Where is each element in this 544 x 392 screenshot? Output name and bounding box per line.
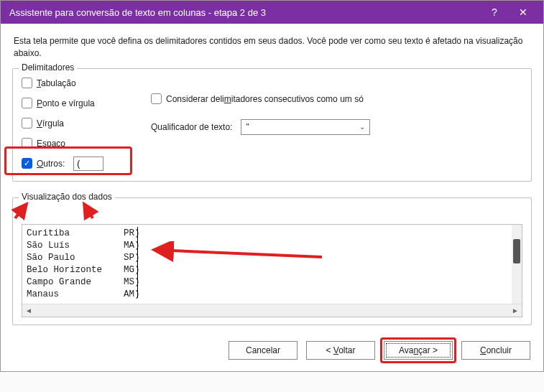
close-icon: ✕	[519, 6, 527, 18]
chevron-down-icon: ⌄	[359, 123, 365, 131]
close-button[interactable]: ✕	[509, 1, 538, 24]
next-button[interactable]: Avançar >	[384, 341, 453, 360]
cancel-button-label: Cancelar	[246, 345, 280, 355]
back-button-label: < Voltar	[326, 345, 355, 355]
cancel-button[interactable]: Cancelar	[229, 341, 298, 360]
consecutive-delimiters-label: Considerar delimitadores consecutivos co…	[166, 94, 364, 104]
column-separator	[137, 227, 138, 298]
data-preview-group: Visualização dos dados Curitiba PR) São …	[12, 197, 532, 325]
delimiters-group: Delimitadores Tabulação Ponto e vírgula …	[12, 68, 532, 182]
text-qualifier-label: Qualificador de texto:	[151, 122, 232, 132]
window-title: Assistente para conversão de texto em co…	[9, 7, 480, 18]
delimiter-semicolon-label: Ponto e vírgula	[37, 98, 95, 108]
checkbox-unchecked-icon[interactable]	[151, 93, 162, 104]
button-row: Cancelar < Voltar Avançar > Concluir	[12, 341, 532, 360]
checkbox-unchecked-icon[interactable]	[22, 98, 32, 108]
text-qualifier-value: "	[246, 122, 249, 132]
dialog-window: Assistente para conversão de texto em co…	[0, 0, 544, 372]
horizontal-scrollbar[interactable]: ◄ ►	[22, 304, 522, 317]
next-button-label: Avançar >	[399, 345, 438, 355]
data-preview-box: Curitiba PR) São Luís MA) São Paulo SP) …	[22, 224, 522, 317]
delimiter-comma[interactable]: Vírgula	[22, 116, 129, 131]
vertical-scrollbar[interactable]	[512, 225, 522, 304]
delimiter-other[interactable]: Outros:	[22, 157, 129, 171]
checkbox-unchecked-icon[interactable]	[22, 78, 32, 88]
help-button[interactable]: ?	[480, 1, 509, 24]
text-qualifier-select[interactable]: " ⌄	[241, 119, 370, 135]
scroll-left-icon[interactable]: ◄	[22, 304, 35, 317]
svg-line-2	[154, 250, 322, 257]
delimiter-list: Tabulação Ponto e vírgula Vírgula Espaço	[22, 76, 129, 171]
delimiter-semicolon[interactable]: Ponto e vírgula	[22, 96, 129, 111]
delimiter-tab-label: Tabulação	[37, 78, 76, 88]
delimiter-tab[interactable]: Tabulação	[22, 76, 129, 90]
annotation-arrow-icon	[149, 241, 329, 263]
delimiter-space-label: Espaço	[37, 139, 65, 149]
consecutive-delimiters[interactable]: Considerar delimitadores consecutivos co…	[151, 92, 522, 106]
data-preview-content: Curitiba PR) São Luís MA) São Paulo SP) …	[22, 225, 522, 317]
finish-button-label: Concluir	[480, 345, 512, 355]
scroll-right-icon[interactable]: ►	[509, 304, 522, 317]
checkbox-checked-icon[interactable]	[22, 158, 32, 169]
delimiter-space[interactable]: Espaço	[22, 136, 129, 151]
delimiter-comma-label: Vírgula	[37, 118, 64, 129]
back-button[interactable]: < Voltar	[306, 341, 375, 360]
title-bar: Assistente para conversão de texto em co…	[1, 1, 543, 24]
delimiter-other-label: Outros:	[37, 159, 65, 169]
data-preview-legend: Visualização dos dados	[19, 192, 115, 202]
dialog-content: Esta tela permite que você defina os del…	[1, 24, 543, 371]
delimiters-legend: Delimitadores	[19, 62, 77, 73]
delimiter-other-input[interactable]	[73, 157, 103, 171]
scrollbar-thumb[interactable]	[513, 239, 520, 263]
intro-text: Esta tela permite que você defina os del…	[14, 35, 530, 60]
finish-button[interactable]: Concluir	[461, 341, 530, 360]
checkbox-unchecked-icon[interactable]	[22, 118, 32, 129]
checkbox-unchecked-icon[interactable]	[22, 138, 32, 149]
